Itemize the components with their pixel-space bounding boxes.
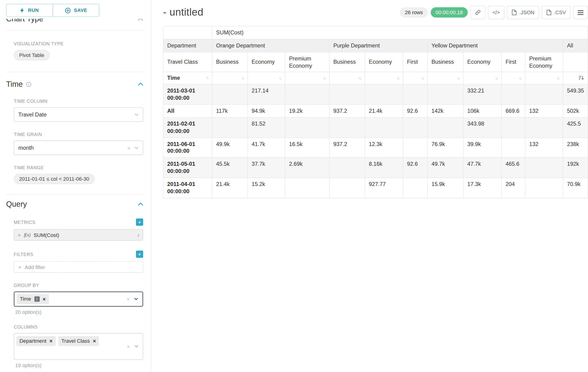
pivot-cell [502,85,525,105]
pivot-row: 2011-06-01 00:00:0049.9k41.7k16.5k937.21… [163,138,588,158]
time-section-header[interactable]: Time [6,80,143,89]
pivot-col-header: Business [427,52,463,72]
time-section-title: Time [6,80,23,89]
pivot-cell [525,117,563,138]
clear-icon[interactable]: × [127,344,130,350]
sort-desc-icon[interactable] [578,75,584,82]
columns-value-department[interactable]: Department × [17,336,56,346]
save-button-label: SAVE [74,8,87,13]
time-range-label: TIME RANGE [14,165,143,170]
columns-select[interactable]: Department × Travel Class × × [14,333,143,360]
page-title: - untitled [163,7,203,18]
columns-value-travel-class[interactable]: Travel Class × [58,336,99,346]
sort-icon[interactable]: ↑↓ [556,76,559,81]
clear-icon[interactable]: × [127,145,130,151]
pivot-cell: 39.9k [463,138,502,158]
pivot-sort-cell: ↑↓ [502,72,525,85]
pivot-row: All117k94.9k19.2k937.221.4k92.6142k106k6… [163,104,588,117]
pivot-row-header: All [163,104,212,117]
menu-button[interactable] [573,6,588,19]
run-button[interactable]: RUN [6,4,53,17]
pivot-row: 2011-05-01 00:00:0045.5k37.7k2.69k8.16k9… [163,158,588,178]
caret-right-icon[interactable]: › [137,232,139,238]
pivot-cell [285,117,329,138]
pivot-cell: 92.6 [403,158,427,178]
pivot-cell: 45.5k [212,158,248,178]
time-grain-select[interactable]: month × [14,141,143,155]
pivot-time-header: Time↑↓ [163,72,212,85]
pivot-table: SUM(Cost)DepartmentOrange DepartmentPurp… [163,26,588,198]
pivot-cell: 41.7k [248,138,285,158]
sort-icon[interactable]: ↑↓ [241,76,243,81]
pivot-cell [212,117,248,138]
add-filter-box[interactable]: + Add filter [14,261,143,273]
query-section-header[interactable]: Query [6,200,143,209]
chart-type-section-header[interactable]: Chart Type [6,19,143,26]
add-filter-button[interactable]: + [136,251,143,258]
pivot-sort-cell: ↑↓ [365,72,403,85]
pivot-cell [403,85,427,105]
copy-link-button[interactable] [470,6,485,19]
group-by-options-hint: 20 option(s) [15,309,143,315]
pivot-corner-cell [163,26,212,39]
chart-header-controls: 26 rows 00:00:00.18 </> .JSON [400,6,588,19]
remove-icon[interactable]: × [93,339,96,344]
pivot-sort-cell: ↑↓ [212,72,248,85]
sort-icon[interactable]: ↑↓ [358,76,361,81]
pivot-cell: 2.69k [285,158,329,178]
pivot-col-header: Business [329,52,365,72]
visualization-type-value[interactable]: Pivot Table [14,50,50,60]
pivot-cell [502,117,525,138]
query-section-title: Query [6,200,27,209]
sort-icon[interactable]: ↑↓ [495,76,498,81]
sort-icon[interactable]: ↑↓ [397,76,399,81]
group-by-value-time[interactable]: Time i × [17,294,49,304]
chevron-down-icon[interactable] [134,298,138,301]
clear-icon[interactable]: × [126,296,130,302]
time-range-value[interactable]: 2011-01-01 ≤ col < 2011-06-30 [14,174,94,184]
pivot-col-header: Premium Economy [525,52,563,72]
pivot-col-header: Economy [248,52,285,72]
chart-type-section-title: Chart Type [6,19,43,23]
embed-code-button[interactable]: </> [488,6,504,19]
remove-icon[interactable]: × [50,339,52,344]
pivot-row-header: 2011-03-01 00:00:00 [163,85,212,105]
pivot-cell: 49.9k [212,138,248,158]
chevron-down-icon[interactable] [134,345,138,348]
export-csv-button[interactable]: .CSV [542,6,570,19]
metric-item[interactable]: × f(x) SUM(Cost) › [14,229,143,241]
hamburger-icon [578,10,584,15]
group-by-select[interactable]: Time i × × [14,291,143,307]
plus-icon: + [138,251,141,257]
pivot-cell: 192k [563,158,588,178]
sort-icon[interactable]: ↑↓ [278,76,281,81]
sort-icon[interactable]: ↑↓ [421,76,423,81]
chevron-up-icon[interactable] [138,19,143,21]
add-metric-button[interactable]: + [136,219,143,226]
chevron-up-icon[interactable] [138,83,143,86]
divider [6,72,143,72]
sort-icon[interactable]: ↑↓ [206,75,208,81]
control-panel: RUN SAVE Chart Type VISUALIZATION TYPE P… [0,0,151,372]
info-icon[interactable] [26,82,31,87]
column-info-icon[interactable]: i [34,297,40,302]
sort-icon[interactable]: ↑↓ [323,76,325,81]
pivot-cell [525,178,563,198]
chevron-up-icon[interactable] [138,202,143,206]
add-filter-placeholder: Add filter [25,264,45,270]
pivot-cell: 15.9k [427,178,463,198]
time-column-select[interactable]: Travel Date [14,107,143,122]
remove-icon[interactable]: × [42,297,46,302]
sort-icon[interactable]: ↑↓ [457,76,460,81]
plus-icon: + [18,264,21,270]
pivot-cell [329,158,365,178]
remove-metric-icon[interactable]: × [18,232,21,238]
sort-icon[interactable]: ↑↓ [519,76,521,81]
time-column-value: Travel Date [18,112,47,118]
pivot-cell [427,85,463,105]
export-json-button[interactable]: .JSON [507,6,539,19]
run-button-label: RUN [28,8,39,13]
pivot-col-header: Premium Economy [285,52,329,72]
save-button[interactable]: SAVE [53,4,99,17]
divider [6,30,143,31]
